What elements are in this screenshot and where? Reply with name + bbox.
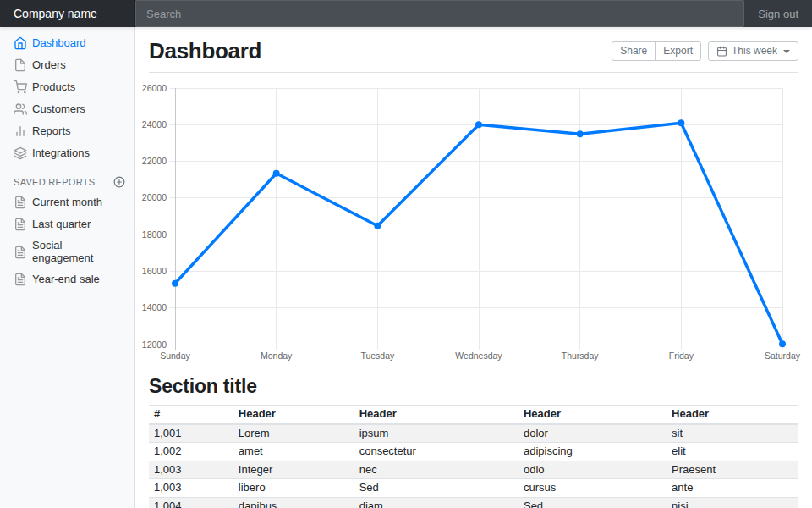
table-cell: 1,001	[149, 424, 233, 443]
chart-point	[577, 130, 584, 137]
share-button[interactable]: Share	[612, 41, 656, 61]
sidebar-item-dashboard[interactable]: Dashboard	[0, 32, 135, 54]
file-text-icon	[14, 196, 27, 209]
sidebar-item-orders[interactable]: Orders	[0, 54, 135, 76]
table-cell: adipiscing	[518, 443, 667, 461]
table-container: #HeaderHeaderHeaderHeader 1,001Loremipsu…	[149, 405, 798, 508]
table-cell: 1,003	[149, 461, 233, 479]
sidebar-item-label: Products	[32, 81, 75, 94]
table-cell: amet	[233, 443, 354, 461]
sidebar-item-integrations[interactable]: Integrations	[0, 142, 135, 164]
chart-point	[475, 121, 482, 128]
home-icon	[14, 36, 27, 50]
table-cell: Sed	[354, 479, 518, 498]
x-axis-tick-label: Friday	[669, 351, 694, 361]
y-axis-tick-label: 12000	[142, 340, 167, 350]
chart-point	[374, 223, 381, 229]
plus-circle-icon[interactable]	[113, 176, 125, 188]
sidebar-item-label: Dashboard	[32, 37, 86, 50]
layers-icon	[14, 146, 27, 160]
table-cell: odio	[518, 461, 667, 479]
y-axis-tick-label: 20000	[142, 192, 167, 202]
table-head: #HeaderHeaderHeaderHeader	[149, 406, 798, 424]
table-cell: cursus	[518, 479, 667, 498]
users-icon	[14, 102, 27, 116]
chevron-down-icon	[783, 50, 790, 53]
chart-point	[273, 170, 280, 177]
file-text-icon	[14, 218, 27, 231]
table-row: 1,001Loremipsumdolorsit	[149, 424, 798, 443]
sidebar-item-label: Reports	[32, 125, 71, 138]
y-axis-tick-label: 22000	[142, 156, 167, 166]
sidebar-item-label: Social engagement	[32, 240, 122, 264]
table-cell: consectetur	[354, 443, 518, 461]
main-content: Dashboard Share Export This week 1200014…	[135, 27, 812, 508]
table-row: 1,003liberoSedcursusante	[149, 479, 798, 498]
share-export-group: Share Export	[612, 41, 701, 61]
y-axis-tick-label: 16000	[142, 266, 167, 276]
table-row: 1,004dapibusdiamSednisi	[149, 497, 798, 508]
x-axis-tick-label: Thursday	[562, 351, 600, 361]
y-axis-tick-label: 18000	[142, 229, 167, 240]
table-cell: Sed	[518, 497, 667, 508]
sidebar-item-last-quarter[interactable]: Last quarter	[0, 213, 135, 235]
table-cell: 1,002	[149, 443, 233, 461]
sign-out-link[interactable]: Sign out	[744, 0, 812, 27]
sidebar-item-label: Current month	[32, 196, 102, 209]
page-title: Dashboard	[149, 38, 261, 64]
sidebar-item-customers[interactable]: Customers	[0, 98, 135, 120]
data-table: #HeaderHeaderHeaderHeader 1,001Loremipsu…	[149, 405, 798, 508]
table-cell: nec	[354, 461, 518, 479]
toolbar: Share Export This week	[612, 41, 798, 61]
table-header-row: #HeaderHeaderHeaderHeader	[149, 406, 798, 424]
sidebar-item-year-end-sale[interactable]: Year-end sale	[0, 268, 135, 290]
section-title: Section title	[149, 375, 798, 398]
table-header-cell: #	[149, 406, 233, 424]
search-input[interactable]	[135, 0, 744, 27]
chart-point	[172, 280, 178, 287]
table-row: 1,002ametconsecteturadipiscingelit	[149, 443, 798, 461]
y-axis-tick-label: 24000	[142, 119, 167, 130]
table-cell: 1,004	[149, 497, 233, 508]
table-cell: Praesent	[667, 461, 798, 479]
weekly-line-chart[interactable]: 1200014000160001800020000220002400026000…	[149, 80, 798, 362]
chart-canvas: 1200014000160001800020000220002400026000…	[149, 80, 798, 362]
page-header: Dashboard Share Export This week	[149, 27, 798, 73]
file-text-icon	[14, 273, 27, 286]
sidebar: DashboardOrdersProductsCustomersReportsI…	[0, 27, 135, 508]
sidebar-item-current-month[interactable]: Current month	[0, 191, 135, 213]
x-axis-tick-label: Saturday	[765, 351, 801, 361]
sidebar-item-social-engagement[interactable]: Social engagement	[0, 235, 135, 268]
y-axis-tick-label: 14000	[142, 302, 167, 312]
export-button[interactable]: Export	[655, 41, 701, 61]
saved-reports-heading-label: Saved reports	[14, 177, 95, 187]
period-dropdown-button[interactable]: This week	[708, 41, 798, 61]
table-cell: ante	[667, 479, 798, 498]
sidebar-item-label: Year-end sale	[32, 273, 100, 286]
table-cell: ipsum	[354, 424, 518, 443]
table-header-cell: Header	[518, 406, 667, 424]
brand[interactable]: Company name	[0, 0, 135, 27]
table-cell: diam	[354, 497, 518, 508]
table-cell: sit	[667, 424, 798, 443]
file-icon	[14, 58, 27, 72]
sidebar-item-reports[interactable]: Reports	[0, 120, 135, 142]
x-axis-tick-label: Wednesday	[455, 351, 502, 361]
sidebar-item-label: Last quarter	[32, 218, 91, 231]
x-axis-tick-label: Monday	[261, 351, 293, 361]
sidebar-item-label: Orders	[32, 59, 66, 72]
sidebar-nav: DashboardOrdersProductsCustomersReportsI…	[0, 32, 135, 164]
chart-point	[779, 340, 786, 347]
table-cell: dapibus	[233, 497, 354, 508]
table-header-cell: Header	[233, 406, 354, 424]
sidebar-item-products[interactable]: Products	[0, 76, 135, 98]
table-cell: Integer	[233, 461, 354, 479]
table-body: 1,001Loremipsumdolorsit1,002ametconsecte…	[149, 424, 798, 508]
table-cell: 1,003	[149, 479, 233, 498]
bar-chart-icon	[14, 124, 27, 138]
y-axis-tick-label: 26000	[142, 83, 167, 93]
x-axis-tick-label: Tuesday	[360, 351, 395, 361]
table-cell: libero	[233, 479, 354, 498]
table-header-cell: Header	[667, 406, 798, 424]
file-text-icon	[14, 246, 27, 259]
